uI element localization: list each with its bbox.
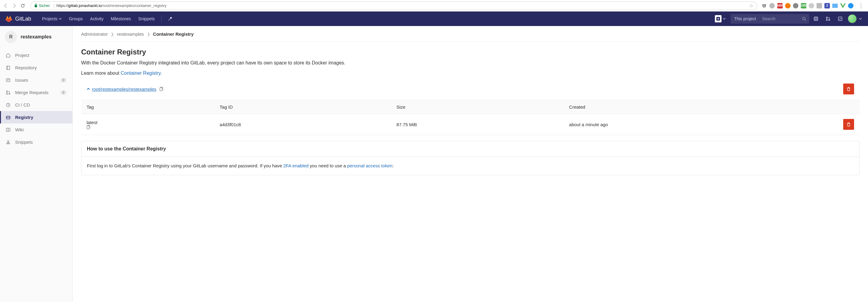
- issues-shortcut-icon[interactable]: [810, 13, 822, 24]
- registry-icon: [5, 115, 11, 120]
- svg-point-14: [9, 93, 10, 94]
- search-icon[interactable]: [799, 17, 809, 21]
- svg-point-8: [829, 19, 830, 21]
- sidebar-item-label: Project: [15, 53, 29, 58]
- mr-icon: [5, 90, 11, 95]
- delete-tag-button[interactable]: [843, 119, 854, 130]
- adblock-icon[interactable]: ABP: [777, 3, 783, 8]
- svg-rect-10: [7, 66, 10, 69]
- extension-dot-icon[interactable]: [769, 3, 775, 8]
- extension-light-icon[interactable]: [809, 3, 814, 8]
- svg-rect-20: [160, 88, 162, 91]
- sidebar-item-repository[interactable]: Repository: [0, 61, 72, 74]
- sidebar-item-issues[interactable]: Issues 0: [0, 74, 72, 86]
- brand-text: GitLab: [15, 16, 31, 22]
- vue-icon[interactable]: [840, 3, 846, 8]
- delete-repo-button[interactable]: [843, 84, 854, 94]
- sidebar-item-label: Wiki: [15, 127, 24, 132]
- nav-snippets[interactable]: Snippets: [135, 11, 158, 26]
- page-description: With the Docker Container Registry integ…: [81, 59, 860, 67]
- svg-rect-22: [87, 126, 89, 129]
- user-avatar[interactable]: [848, 14, 857, 23]
- sidebar-item-project[interactable]: Project: [0, 49, 72, 61]
- nav-projects[interactable]: Projects: [38, 11, 65, 26]
- nav-groups[interactable]: Groups: [65, 11, 87, 26]
- nav-milestones[interactable]: Milestones: [107, 11, 135, 26]
- howto-title: How to use the Container Registry: [82, 141, 859, 157]
- learn-more: Learn more about Container Registry.: [81, 69, 860, 77]
- svg-point-3: [803, 17, 805, 20]
- secure-label: Sicher: [39, 3, 50, 8]
- lock-icon: Sicher: [34, 3, 50, 8]
- extension-grey-icon[interactable]: [793, 3, 798, 8]
- svg-point-13: [6, 93, 7, 94]
- search-box[interactable]: This project: [731, 14, 809, 24]
- chevron-right-icon: ❯: [111, 32, 114, 36]
- browser-back-button[interactable]: [2, 2, 9, 9]
- snippets-icon: [5, 140, 11, 145]
- cors-icon[interactable]: CORS: [801, 3, 806, 8]
- chevron-down-icon: [59, 18, 62, 20]
- extension-orange-icon[interactable]: [785, 3, 790, 8]
- extension-round-blue-icon[interactable]: [848, 3, 854, 8]
- project-name: restexamples: [21, 34, 52, 40]
- issues-icon: [5, 78, 11, 83]
- extension-square-icon[interactable]: [816, 3, 822, 8]
- table-row: latest a4d3f01c8 87.75 MiB about a minut…: [81, 114, 860, 135]
- chevron-down-icon[interactable]: [858, 18, 863, 20]
- sidebar-item-snippets[interactable]: Snippets: [0, 136, 72, 148]
- col-tag: Tag: [81, 100, 214, 114]
- breadcrumb: Administrator ❯ restexamples ❯ Container…: [81, 31, 860, 42]
- zotero-icon[interactable]: Z: [825, 3, 830, 8]
- copy-icon[interactable]: [159, 87, 164, 91]
- plus-icon: [715, 15, 721, 22]
- browser-reload-button[interactable]: [19, 2, 26, 9]
- breadcrumb-current: Container Registry: [153, 31, 194, 37]
- container-registry-docs-link[interactable]: Container Registry: [121, 70, 160, 76]
- sidebar-item-merge-requests[interactable]: Merge Requests 0: [0, 86, 72, 99]
- sidebar-item-wiki[interactable]: Wiki: [0, 123, 72, 136]
- nav-activity[interactable]: Activity: [87, 11, 107, 26]
- svg-rect-11: [6, 79, 10, 82]
- gitlab-logo[interactable]: GitLab: [5, 15, 31, 23]
- 2fa-link[interactable]: 2FA enabled: [283, 163, 308, 168]
- bookmark-star-icon[interactable]: ☆: [749, 3, 753, 8]
- svg-point-6: [826, 17, 828, 18]
- extension-blue-icon[interactable]: [832, 3, 838, 8]
- cicd-icon: [5, 102, 11, 108]
- pat-link[interactable]: personal access token: [347, 163, 392, 168]
- col-size: Size: [391, 100, 563, 114]
- home-icon: [5, 53, 11, 58]
- tag-name: latest: [87, 120, 97, 125]
- svg-rect-5: [815, 18, 817, 20]
- repo-path: root/restexamples/restexamples: [92, 87, 156, 92]
- tag-size: 87.75 MiB: [391, 114, 563, 135]
- svg-rect-4: [814, 17, 818, 21]
- url-text: https://gitlab.jonashackt.io/root/restex…: [57, 3, 166, 8]
- repo-icon: [5, 65, 11, 70]
- mr-count-badge: 0: [60, 90, 67, 95]
- trash-icon: [846, 87, 851, 91]
- browser-forward-button[interactable]: [11, 2, 18, 9]
- tag-created: about a minute ago: [563, 114, 838, 135]
- admin-wrench-icon[interactable]: [165, 16, 176, 21]
- todos-icon[interactable]: [835, 13, 846, 24]
- repo-collapse-toggle[interactable]: root/restexamples/restexamples: [87, 87, 156, 92]
- browser-url-bar[interactable]: Sicher | https://gitlab.jonashackt.io/ro…: [30, 1, 757, 10]
- copy-icon[interactable]: [87, 125, 209, 129]
- pocket-icon[interactable]: [762, 3, 767, 8]
- search-input[interactable]: [760, 16, 799, 21]
- svg-point-7: [826, 19, 828, 21]
- svg-rect-0: [35, 5, 37, 7]
- col-created: Created: [563, 100, 838, 114]
- new-dropdown[interactable]: [715, 15, 727, 22]
- sidebar-item-registry[interactable]: Registry: [0, 111, 72, 123]
- breadcrumb-root[interactable]: Administrator: [81, 31, 108, 37]
- sidebar-project-header[interactable]: R restexamples: [0, 26, 72, 48]
- chrome-menu-icon[interactable]: ⋮: [857, 2, 866, 9]
- breadcrumb-project[interactable]: restexamples: [117, 31, 144, 37]
- chevron-up-icon: [87, 87, 90, 91]
- sidebar-item-cicd[interactable]: CI / CD: [0, 99, 72, 111]
- sidebar-item-label: Registry: [15, 115, 33, 120]
- merge-requests-shortcut-icon[interactable]: [823, 13, 834, 24]
